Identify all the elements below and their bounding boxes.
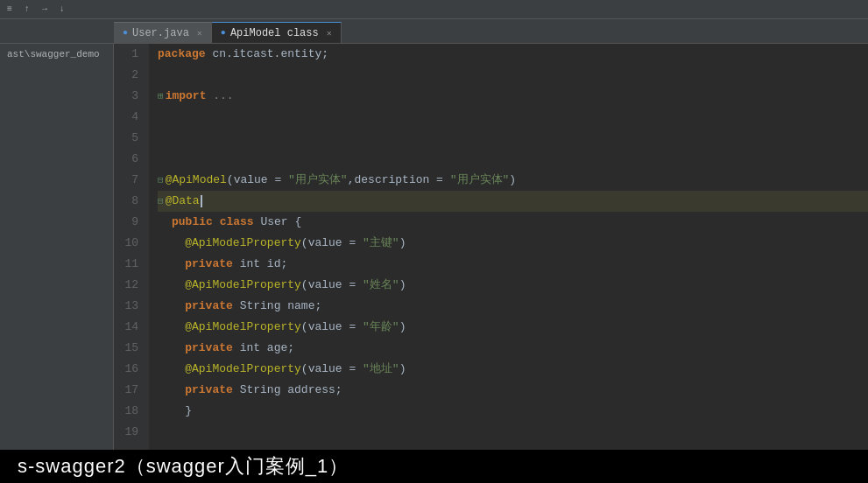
indent15 <box>158 338 185 359</box>
indent12 <box>158 275 185 296</box>
tab-apimodel-class[interactable]: ● ApiModel class ✕ <box>212 22 342 43</box>
line-numbers: 1 2 3 4 5 6 7 8 9 10 11 12 13 14 15 16 1… <box>114 44 149 450</box>
line10-paren: (value = <box>301 233 363 254</box>
ln-14: 14 <box>114 317 144 338</box>
ln-16: 16 <box>114 359 144 380</box>
code-line-12: @ApiModelProperty (value = "姓名" ) <box>158 275 868 296</box>
line7-paren: (value = <box>227 170 288 191</box>
line16-paren: (value = <box>301 359 363 380</box>
line7-v1: "用户实体" <box>288 170 348 191</box>
kw-private4: private <box>185 380 233 401</box>
ann-addr: @ApiModelProperty <box>185 359 301 380</box>
line1-rest: cn.itcast.entity; <box>206 44 328 65</box>
ln-2: 2 <box>114 65 144 86</box>
ln-9: 9 <box>114 212 144 233</box>
field-address: String address; <box>233 380 342 401</box>
cursor <box>201 195 202 207</box>
code-line-10: @ApiModelProperty (value = "主键" ) <box>158 233 868 254</box>
line12-v: "姓名" <box>363 275 399 296</box>
code-line-1: package cn.itcast.entity; <box>158 44 868 65</box>
indent13 <box>158 296 185 317</box>
bottom-bar: s-swagger2（swagger入门案例_1） <box>0 450 868 483</box>
ln-5: 5 <box>114 128 144 149</box>
annotation-apimodel: @ApiModel <box>166 170 227 191</box>
up-icon[interactable]: ↑ <box>21 4 33 16</box>
line10-v: "主键" <box>363 233 399 254</box>
ln-3: 3 <box>114 86 144 107</box>
kw-class: class <box>220 212 254 233</box>
indent10 <box>158 233 185 254</box>
ann-age: @ApiModelProperty <box>185 317 301 338</box>
line16-v: "地址" <box>363 359 399 380</box>
line12-cp: ) <box>399 275 406 296</box>
ln-11: 11 <box>114 254 144 275</box>
tab-user-java-label: User.java <box>132 27 189 39</box>
line14-paren: (value = <box>301 317 363 338</box>
top-bar-icons: ≡ ↑ → ↓ <box>4 4 68 16</box>
line16-cp: ) <box>399 359 406 380</box>
ln-12: 12 <box>114 275 144 296</box>
dots-3: ... <box>206 86 233 107</box>
type-int1: int id; <box>233 254 287 275</box>
code-line-13: private String name; <box>158 296 868 317</box>
tab-apimodel-class-close[interactable]: ✕ <box>327 28 332 38</box>
line7-closeparen: ) <box>509 170 516 191</box>
tab-user-java[interactable]: ● User.java ✕ <box>114 22 212 43</box>
close-brace: } <box>158 401 192 422</box>
ln-6: 6 <box>114 149 144 170</box>
right-icon[interactable]: → <box>39 4 51 16</box>
code-line-5 <box>158 128 868 149</box>
code-line-2 <box>158 65 868 86</box>
code-line-7: ⊟ @ApiModel (value = "用户实体" ,description… <box>158 170 868 191</box>
kw-private3: private <box>185 338 233 359</box>
menu-icon[interactable]: ≡ <box>4 4 16 16</box>
fold-marker-7: ⊟ <box>158 170 164 191</box>
main-layout: ast\swagger_demo 1 2 3 4 5 6 7 8 9 10 11… <box>0 44 868 450</box>
indent14 <box>158 317 185 338</box>
ln-1: 1 <box>114 44 144 65</box>
code-line-4 <box>158 107 868 128</box>
code-line-6 <box>158 149 868 170</box>
indent11 <box>158 254 185 275</box>
code-line-15: private int age; <box>158 338 868 359</box>
fold-marker-3: ⊞ <box>158 86 164 107</box>
kw-private2: private <box>185 296 233 317</box>
ln-15: 15 <box>114 338 144 359</box>
code-area: 1 2 3 4 5 6 7 8 9 10 11 12 13 14 15 16 1… <box>114 44 868 450</box>
ln-4: 4 <box>114 107 144 128</box>
ann-name: @ApiModelProperty <box>185 275 301 296</box>
tab-user-java-close[interactable]: ✕ <box>197 28 202 38</box>
editor[interactable]: 1 2 3 4 5 6 7 8 9 10 11 12 13 14 15 16 1… <box>114 44 868 450</box>
code-line-19 <box>158 422 868 443</box>
code-content: package cn.itcast.entity; ⊞ import ... <box>149 44 868 450</box>
tab-apimodel-class-label: ApiModel class <box>230 27 319 39</box>
tab-bar: ● User.java ✕ ● ApiModel class ✕ <box>0 19 868 44</box>
ln-17: 17 <box>114 380 144 401</box>
code-line-14: @ApiModelProperty (value = "年龄" ) <box>158 317 868 338</box>
ln-7: 7 <box>114 170 144 191</box>
code-line-3: ⊞ import ... <box>158 86 868 107</box>
line14-cp: ) <box>399 317 406 338</box>
kw-import: import <box>166 86 207 107</box>
sidebar: ast\swagger_demo <box>0 44 114 450</box>
line7-comma: ,description = <box>348 170 450 191</box>
line12-paren: (value = <box>301 275 363 296</box>
classname: User { <box>254 212 302 233</box>
kw-private1: private <box>185 254 233 275</box>
code-line-11: private int id; <box>158 254 868 275</box>
kw-package: package <box>158 44 206 65</box>
line7-v2: "用户实体" <box>450 170 510 191</box>
ln-13: 13 <box>114 296 144 317</box>
fold-marker-8: ⊟ <box>158 191 164 212</box>
code-line-16: @ApiModelProperty (value = "地址" ) <box>158 359 868 380</box>
down-icon[interactable]: ↓ <box>56 4 68 16</box>
ln-19: 19 <box>114 422 144 443</box>
code-line-18: } <box>158 401 868 422</box>
code-line-17: private String address; <box>158 380 868 401</box>
line14-v: "年龄" <box>363 317 399 338</box>
ln-18: 18 <box>114 401 144 422</box>
field-name: String name; <box>233 296 321 317</box>
indent16 <box>158 359 185 380</box>
code-line-9: public class User { <box>158 212 868 233</box>
field-age: int age; <box>233 338 294 359</box>
